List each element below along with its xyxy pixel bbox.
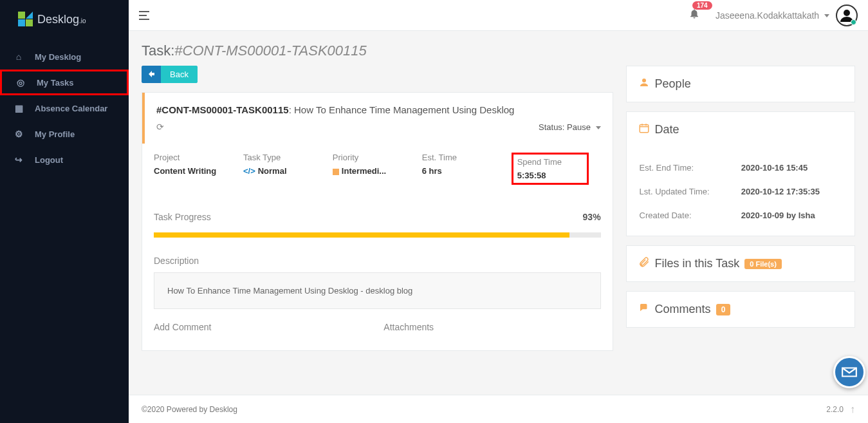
date-panel-header[interactable]: Date (627, 112, 854, 147)
progress-bar (154, 232, 601, 238)
spend-time-highlight: Spend Time 5:35:58 (512, 153, 589, 185)
scroll-top-icon[interactable]: ↑ (850, 404, 855, 415)
username-text: Jaseeena.Kodakkattakath (716, 10, 819, 21)
menu-toggle-icon[interactable] (139, 11, 152, 20)
bell-icon (688, 9, 700, 22)
person-icon (638, 77, 650, 91)
code-icon: </> (243, 166, 255, 176)
date-table: Est. End Time: 2020-10-16 15:45 Lst. Upd… (638, 155, 843, 228)
add-comment-label: Add Comment (154, 322, 371, 332)
sidebar: Desklog.io ⌂ My Desklog ◎ My Tasks ▦ Abs… (0, 0, 129, 423)
gear-icon: ⚙ (13, 129, 24, 139)
task-header: #CONT-MS00001-TASK00115: How To Enhance … (142, 93, 613, 144)
metric-spend-time: Spend Time 5:35:58 (512, 153, 601, 185)
date-panel-body: Est. End Time: 2020-10-16 15:45 Lst. Upd… (627, 147, 854, 236)
date-row: Created Date: 2020-10-09 by Isha (640, 204, 842, 227)
status-dropdown[interactable]: Status: Pause (164, 122, 601, 132)
caret-down-icon (596, 126, 601, 129)
date-row: Est. End Time: 2020-10-16 15:45 (640, 156, 842, 179)
footer-copyright: ©2020 Powered by Desklog (142, 405, 237, 414)
add-comment-section: Add Comment (154, 322, 371, 339)
paperclip-icon (638, 256, 650, 271)
nav-menu: ⌂ My Desklog ◎ My Tasks ▦ Absence Calend… (0, 39, 129, 173)
nav-my-desklog[interactable]: ⌂ My Desklog (0, 44, 129, 70)
task-metrics: Project Content Writing Task Type </>Nor… (142, 144, 613, 203)
back-arrow-icon (142, 66, 161, 83)
main-area: 174 Jaseeena.Kodakkattakath Task:#CONT-M… (129, 0, 868, 423)
nav-my-tasks[interactable]: ◎ My Tasks (0, 70, 129, 95)
metric-priority: Priority Intermedi... (333, 153, 422, 185)
comments-count-badge: 0 (716, 304, 731, 315)
description-label: Description (154, 256, 601, 266)
people-panel-header[interactable]: People (627, 66, 854, 102)
calendar-icon (638, 122, 650, 137)
comments-icon (638, 302, 650, 317)
caret-down-icon (824, 14, 829, 17)
svg-point-4 (642, 79, 646, 82)
nav-absence-calendar[interactable]: ▦ Absence Calendar (0, 95, 129, 121)
page-title-area: Task:#CONT-MS00001-TASK00115 (129, 31, 868, 66)
footer: ©2020 Powered by Desklog 2.2.0 ↑ (129, 395, 868, 423)
nav-label: Absence Calendar (35, 104, 107, 113)
status-dot-icon (851, 19, 856, 25)
avatar[interactable] (836, 5, 858, 26)
progress-label: Task Progress (154, 212, 211, 222)
left-column: Back #CONT-MS00001-TASK00115: How To Enh… (142, 66, 613, 351)
calendar-icon: ▦ (13, 103, 24, 113)
right-column: People Date Est. End Time: 2020-10-16 15… (626, 66, 855, 351)
date-row: Lst. Updated Time: 2020-10-12 17:35:35 (640, 180, 842, 203)
attachments-section: Attachments (383, 322, 600, 339)
metric-est-time: Est. Time 6 hrs (422, 153, 512, 185)
logout-icon: ↪ (13, 155, 24, 165)
footer-version: 2.2.0 (826, 405, 844, 414)
metric-task-type: Task Type </>Normal (243, 153, 333, 185)
page-title: Task:#CONT-MS00001-TASK00115 (142, 42, 855, 59)
notifications-button[interactable]: 174 (688, 8, 700, 23)
progress-percent: 93% (211, 212, 601, 222)
home-icon: ⌂ (13, 52, 24, 62)
task-card: #CONT-MS00001-TASK00115: How To Enhance … (142, 92, 613, 351)
brand-logo[interactable]: Desklog.io (0, 0, 129, 39)
comments-panel-header[interactable]: Comments 0 (627, 292, 854, 327)
attachments-label: Attachments (383, 322, 600, 332)
logo-icon (18, 12, 33, 27)
user-menu[interactable]: Jaseeena.Kodakkattakath (716, 10, 829, 21)
progress-fill (154, 232, 569, 238)
files-count-badge: 0 File(s) (744, 259, 782, 269)
back-label: Back (161, 66, 198, 83)
svg-rect-5 (640, 125, 649, 133)
files-panel: Files in this Task 0 File(s) (626, 245, 855, 282)
task-title: #CONT-MS00001-TASK00115: How To Enhance … (156, 104, 601, 115)
description-box: How To Enhance Time Management Using Des… (154, 272, 601, 309)
bottom-inputs: Add Comment Attachments (142, 322, 613, 350)
nav-logout[interactable]: ↪ Logout (0, 147, 129, 173)
nav-my-profile[interactable]: ⚙ My Profile (0, 121, 129, 147)
refresh-icon[interactable]: ⟳ (156, 122, 164, 132)
notifications-count-badge: 174 (692, 1, 712, 10)
svg-point-3 (844, 10, 850, 16)
content: Back #CONT-MS00001-TASK00115: How To Enh… (129, 66, 868, 351)
target-icon: ◎ (15, 77, 26, 88)
task-progress-section: Task Progress 93% (142, 203, 613, 256)
files-panel-header[interactable]: Files in this Task 0 File(s) (627, 246, 854, 281)
back-button[interactable]: Back (142, 66, 198, 83)
nav-label: Logout (35, 155, 63, 165)
topbar: 174 Jaseeena.Kodakkattakath (129, 0, 868, 31)
metric-project: Project Content Writing (154, 153, 243, 185)
comments-panel: Comments 0 (626, 291, 855, 328)
people-panel: People (626, 66, 855, 102)
nav-label: My Profile (35, 129, 75, 139)
brand-name: Desklog (37, 13, 79, 26)
description-section: Description How To Enhance Time Manageme… (142, 256, 613, 322)
nav-label: My Tasks (37, 78, 74, 88)
brand-suffix: .io (79, 17, 86, 24)
mail-bubble-button[interactable] (833, 356, 865, 388)
nav-label: My Desklog (35, 52, 81, 62)
priority-color-icon (333, 169, 339, 175)
date-panel: Date Est. End Time: 2020-10-16 15:45 Lst… (626, 111, 855, 236)
